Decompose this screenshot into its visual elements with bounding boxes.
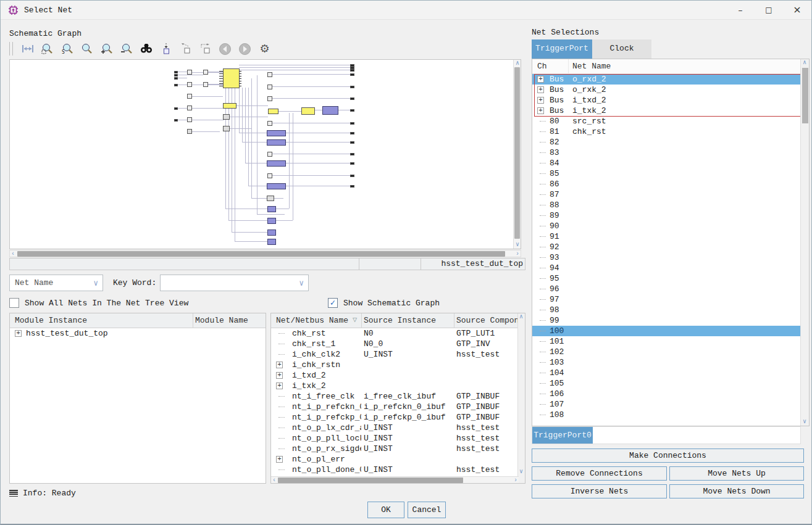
- table-row[interactable]: +i_txk_2: [271, 381, 525, 391]
- forward-icon[interactable]: [238, 43, 251, 56]
- expander-icon[interactable]: +: [276, 456, 283, 463]
- net-table-header[interactable]: Net/Netbus Name ▽ Source Instance Source…: [271, 313, 525, 328]
- show-all-nets-checkbox[interactable]: [9, 298, 19, 308]
- table-row[interactable]: i_chk_clk2U_INSThsst_test: [271, 349, 525, 360]
- expander-icon[interactable]: +: [276, 382, 283, 389]
- close-button[interactable]: ×: [783, 1, 811, 20]
- minimize-button[interactable]: –: [726, 1, 755, 20]
- table-row[interactable]: nt_i_free_clki_free_clk_ibufGTP_INBUF: [271, 391, 525, 402]
- table-row[interactable]: 95: [532, 273, 800, 284]
- table-row[interactable]: 89: [532, 210, 800, 221]
- inverse-nets-button[interactable]: Inverse Nets: [532, 484, 667, 498]
- move-nets-up-button[interactable]: Move Nets Up: [669, 466, 804, 481]
- expander-icon[interactable]: +: [537, 86, 544, 93]
- locate-net-icon[interactable]: [159, 43, 172, 56]
- table-row[interactable]: 82: [532, 137, 800, 147]
- table-row[interactable]: +i_chk_rstn: [271, 360, 525, 370]
- table-row[interactable]: 96: [532, 284, 800, 294]
- expander-icon[interactable]: +: [537, 76, 544, 83]
- table-row[interactable]: 80src_rst: [532, 116, 800, 126]
- table-row[interactable]: 93: [532, 252, 800, 263]
- table-row[interactable]: +Buso_rxk_2: [532, 85, 800, 95]
- table-row[interactable]: 92: [532, 242, 800, 252]
- table-row[interactable]: 81chk_rst: [532, 126, 800, 137]
- move-nets-down-button[interactable]: Move Nets Down: [669, 484, 804, 498]
- schematic-horizontal-scrollbar[interactable]: ‹ ›: [9, 250, 521, 257]
- cancel-button[interactable]: Cancel: [408, 502, 446, 518]
- table-row[interactable]: 87: [532, 189, 800, 200]
- table-row[interactable]: 107: [532, 399, 800, 410]
- zoom-out-icon[interactable]: [120, 43, 133, 56]
- table-row[interactable]: +nt_o_pl_err: [271, 454, 525, 465]
- table-row[interactable]: 102: [532, 347, 800, 357]
- table-row[interactable]: chk_rstN0GTP_LUT1: [271, 328, 525, 339]
- table-row[interactable]: nt_o_p_lx_cdr_al…U_INSThsst_test: [271, 423, 525, 433]
- table-row[interactable]: 100: [532, 326, 800, 336]
- toolbar-handle[interactable]: [9, 42, 13, 56]
- table-row[interactable]: 84: [532, 158, 800, 168]
- zoom-full-icon[interactable]: [80, 43, 93, 56]
- triggerport0-tag[interactable]: TriggerPort0: [532, 427, 593, 444]
- table-row[interactable]: +Busi_txd_2: [532, 95, 800, 105]
- table-row[interactable]: 105: [532, 378, 800, 389]
- table-row[interactable]: nt_o_pll_done_0U_INSThsst_test: [271, 465, 525, 475]
- sort-indicator-icon[interactable]: ▽: [353, 315, 357, 325]
- schematic-canvas[interactable]: ∧ ∨: [9, 59, 521, 249]
- net-table-horizontal-scrollbar[interactable]: ‹ ›: [271, 476, 519, 484]
- net-name: i_txd_2: [292, 370, 361, 381]
- show-schematic-checkbox[interactable]: ✓: [328, 298, 338, 308]
- tab-triggerport[interactable]: TriggerPort: [532, 39, 592, 59]
- table-row[interactable]: nt_i_p_refckn_0i_p_refckn_0_ibufGTP_INBU…: [271, 402, 525, 412]
- expander-icon[interactable]: +: [15, 330, 22, 337]
- table-row[interactable]: 106: [532, 389, 800, 399]
- find-icon[interactable]: [140, 43, 153, 56]
- keyword-input[interactable]: [164, 276, 275, 289]
- trace-load-icon[interactable]: [199, 43, 212, 56]
- net-selections-vertical-scrollbar[interactable]: ∧ ∨: [800, 59, 809, 426]
- table-row[interactable]: chk_rst_1N0_0GTP_INV: [271, 339, 525, 349]
- zoom-in-icon[interactable]: [100, 43, 113, 56]
- table-row[interactable]: 88: [532, 200, 800, 210]
- make-connections-button[interactable]: Make Connections: [532, 449, 804, 463]
- filter-type-dropdown[interactable]: Net Name ∨: [9, 275, 103, 291]
- expander-icon[interactable]: +: [276, 362, 283, 368]
- back-icon[interactable]: [219, 43, 232, 56]
- table-row[interactable]: 101: [532, 336, 800, 347]
- table-row[interactable]: 104: [532, 368, 800, 378]
- table-row[interactable]: 97: [532, 294, 800, 305]
- expander-icon[interactable]: +: [537, 97, 544, 104]
- ok-button[interactable]: OK: [367, 502, 404, 518]
- net-table-vertical-scrollbar[interactable]: ∧ ∨: [517, 313, 525, 483]
- table-row[interactable]: +Buso_rxd_2: [532, 74, 800, 85]
- remove-connections-button[interactable]: Remove Connections: [532, 466, 667, 481]
- settings-icon[interactable]: ⚙: [258, 43, 271, 56]
- fit-width-icon[interactable]: [21, 43, 34, 56]
- zoom-area-icon[interactable]: [41, 43, 54, 56]
- table-row[interactable]: 98: [532, 305, 800, 315]
- table-row[interactable]: 85: [532, 168, 800, 179]
- table-row[interactable]: 103: [532, 357, 800, 368]
- maximize-button[interactable]: □: [755, 1, 783, 20]
- expander-icon[interactable]: +: [276, 372, 283, 379]
- table-row[interactable]: 91: [532, 231, 800, 242]
- module-table-header[interactable]: Module Instance Module Name: [10, 313, 266, 328]
- keyword-combo[interactable]: ∨: [160, 275, 309, 291]
- trace-source-icon[interactable]: [179, 43, 192, 56]
- table-row[interactable]: 90: [532, 221, 800, 231]
- table-row[interactable]: 108: [532, 410, 800, 420]
- zoom-selection-icon[interactable]: S: [61, 43, 73, 56]
- net-selections-header[interactable]: Ch Net Name: [532, 59, 800, 74]
- tab-clock[interactable]: Clock: [592, 39, 651, 59]
- table-row[interactable]: nt_o_p_rx_sigdet…U_INSThsst_test: [271, 444, 525, 454]
- table-row[interactable]: 83: [532, 147, 800, 158]
- table-row[interactable]: 94: [532, 263, 800, 273]
- table-row[interactable]: nt_i_p_refckp_0i_p_refckp_0_ibufGTP_INBU…: [271, 412, 525, 423]
- table-row[interactable]: +i_txd_2: [271, 370, 525, 381]
- expander-icon[interactable]: +: [537, 107, 544, 114]
- table-row[interactable]: 86: [532, 179, 800, 189]
- schematic-vertical-scrollbar[interactable]: ∧ ∨: [513, 60, 521, 249]
- table-row[interactable]: nt_o_p_pll_lock_0U_INSThsst_test: [271, 433, 525, 444]
- table-row[interactable]: +Busi_txk_2: [532, 105, 800, 116]
- table-row[interactable]: 99: [532, 315, 800, 326]
- table-row[interactable]: +hsst_test_dut_top: [10, 328, 266, 339]
